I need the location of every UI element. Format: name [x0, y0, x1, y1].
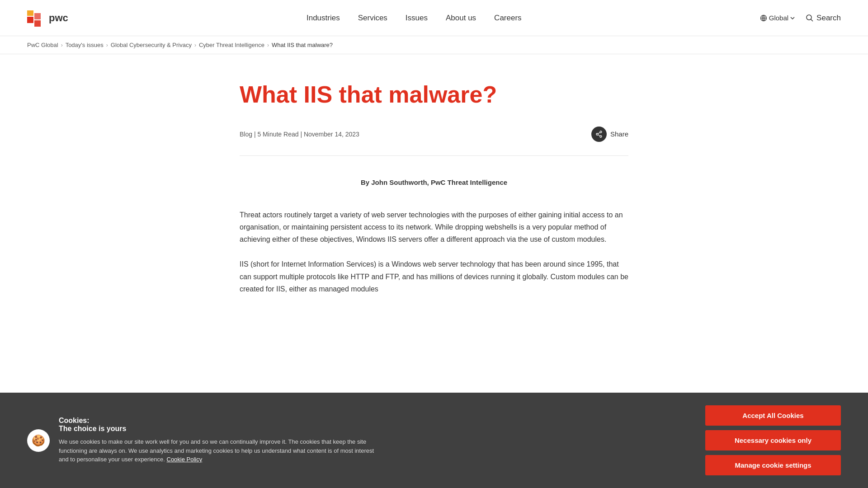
article-meta-row: Blog | 5 Minute Read | November 14, 2023… [240, 127, 628, 156]
svg-rect-3 [27, 10, 33, 16]
logo-text: pwc [49, 12, 68, 24]
article-paragraph-1: Threat actors routinely target a variety… [240, 209, 628, 246]
article-body: Threat actors routinely target a variety… [240, 209, 628, 295]
article-author: By John Southworth, PwC Threat Intellige… [240, 178, 628, 186]
svg-point-10 [600, 131, 602, 133]
breadcrumb-todays-issues[interactable]: Today's issues [66, 42, 104, 48]
svg-point-11 [596, 133, 598, 135]
article-title: What IIS that malware? [240, 81, 628, 108]
search-button[interactable]: Search [806, 14, 841, 23]
svg-point-12 [600, 136, 602, 137]
breadcrumb-sep-3: › [194, 42, 196, 48]
svg-line-9 [811, 19, 813, 21]
share-label: Share [610, 130, 628, 138]
svg-rect-1 [34, 13, 41, 19]
nav-issues[interactable]: Issues [406, 14, 428, 23]
article-meta: Blog | 5 Minute Read | November 14, 2023 [240, 131, 359, 138]
article-paragraph-2: IIS (short for Internet Information Serv… [240, 258, 628, 295]
globe-icon [760, 14, 767, 22]
global-label: Global [769, 14, 788, 22]
svg-line-13 [598, 132, 600, 133]
breadcrumb: PwC Global › Today's issues › Global Cyb… [0, 36, 868, 54]
breadcrumb-sep-2: › [106, 42, 108, 48]
svg-rect-0 [27, 17, 33, 23]
nav-careers[interactable]: Careers [494, 14, 521, 23]
share-button[interactable]: Share [591, 127, 628, 142]
search-icon [806, 14, 814, 22]
nav-industries[interactable]: Industries [307, 14, 340, 23]
article-main: What IIS that malware? Blog | 5 Minute R… [231, 54, 637, 344]
breadcrumb-sep-1: › [61, 42, 63, 48]
breadcrumb-sep-4: › [267, 42, 269, 48]
breadcrumb-cti[interactable]: Cyber Threat Intelligence [199, 42, 264, 48]
site-header: pwc Industries Services Issues About us … [0, 0, 868, 36]
share-icon [591, 127, 607, 142]
header-right: Global Search [760, 14, 841, 23]
svg-rect-2 [34, 20, 41, 27]
nav-about[interactable]: About us [446, 14, 476, 23]
chevron-down-icon [790, 17, 795, 19]
breadcrumb-pwc-global[interactable]: PwC Global [27, 42, 58, 48]
logo-icon [27, 9, 46, 28]
svg-point-8 [807, 15, 811, 20]
breadcrumb-current: What IIS that malware? [272, 42, 333, 48]
search-label: Search [816, 14, 841, 23]
nav-services[interactable]: Services [358, 14, 387, 23]
global-selector[interactable]: Global [760, 14, 795, 22]
logo[interactable]: pwc [27, 9, 68, 28]
svg-line-14 [598, 135, 600, 136]
main-nav: Industries Services Issues About us Care… [307, 14, 522, 23]
breadcrumb-cybersecurity[interactable]: Global Cybersecurity & Privacy [111, 42, 192, 48]
